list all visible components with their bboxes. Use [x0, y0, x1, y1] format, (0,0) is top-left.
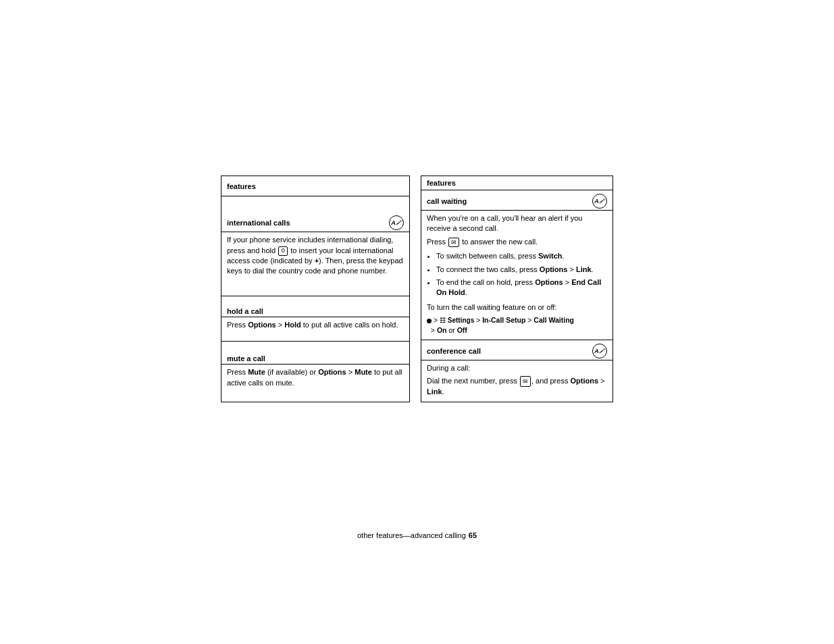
left-table-header: features: [221, 176, 410, 196]
bottom-label-area: other features—advanced calling 65: [0, 531, 834, 539]
mute-call-row: mute a call Press Mute (if available) or…: [221, 342, 410, 402]
mute-call-content: Press Mute (if available) or Options > M…: [221, 365, 409, 392]
call-waiting-content: When you're on a call, you'll hear an al…: [421, 211, 613, 340]
left-table-header-text: features: [227, 182, 256, 190]
international-calls-icon: A🎤: [389, 215, 404, 230]
international-calls-header: international calls A🎤: [221, 212, 409, 232]
call-waiting-header: call waiting A🎤: [421, 190, 613, 211]
zero-key-icon: 0: [278, 246, 288, 256]
page: features international calls A🎤 If your …: [0, 0, 834, 644]
conference-call-content: During a call: Dial the next number, pre…: [421, 360, 613, 402]
left-feature-table: features international calls A🎤 If your …: [221, 176, 410, 402]
hold-call-row: hold a call Press Options > Hold to put …: [221, 296, 410, 342]
right-feature-table: features call waiting A🎤 When you're on …: [421, 176, 613, 402]
bullet-dot-icon: [427, 319, 432, 323]
hold-call-header: hold a call: [221, 304, 409, 317]
hold-call-title: hold a call: [227, 307, 263, 315]
mute-call-header: mute a call: [221, 351, 409, 365]
conference-call-title: conference call: [427, 347, 481, 355]
right-table-header: features: [421, 176, 613, 190]
page-number: 65: [469, 531, 477, 539]
call-waiting-icon: A🎤: [592, 194, 607, 209]
right-table-header-row: features: [421, 176, 613, 190]
international-calls-content: If your phone service includes internati…: [221, 232, 409, 281]
send-key-icon: ✉: [520, 376, 531, 387]
call-waiting-item-3: To end the call on hold, press Options >…: [436, 277, 607, 298]
international-calls-row: international calls A🎤 If your phone ser…: [221, 196, 410, 296]
conference-call-icon: A🎤: [592, 344, 607, 358]
hold-call-content: Press Options > Hold to put all active c…: [221, 317, 409, 334]
call-waiting-title: call waiting: [427, 197, 467, 205]
conference-call-header: conference call A🎤: [421, 340, 613, 360]
tables-container: features international calls A🎤 If your …: [221, 176, 613, 402]
international-calls-title: international calls: [227, 219, 290, 227]
call-waiting-row: call waiting A🎤 When you're on a call, y…: [421, 190, 613, 340]
answer-key-icon: ✉: [448, 238, 459, 247]
call-waiting-item-2: To connect the two calls, press Options …: [436, 265, 607, 275]
conference-call-row: conference call A🎤 During a call: Dial t…: [421, 340, 613, 402]
bottom-label-text: other features—advanced calling: [357, 531, 466, 539]
mute-call-title: mute a call: [227, 354, 265, 363]
right-table-header-text: features: [427, 179, 456, 187]
left-table-header-row: features: [221, 176, 410, 196]
call-waiting-list: To switch between calls, press Switch. T…: [436, 251, 607, 298]
call-waiting-item-1: To switch between calls, press Switch.: [436, 251, 607, 261]
